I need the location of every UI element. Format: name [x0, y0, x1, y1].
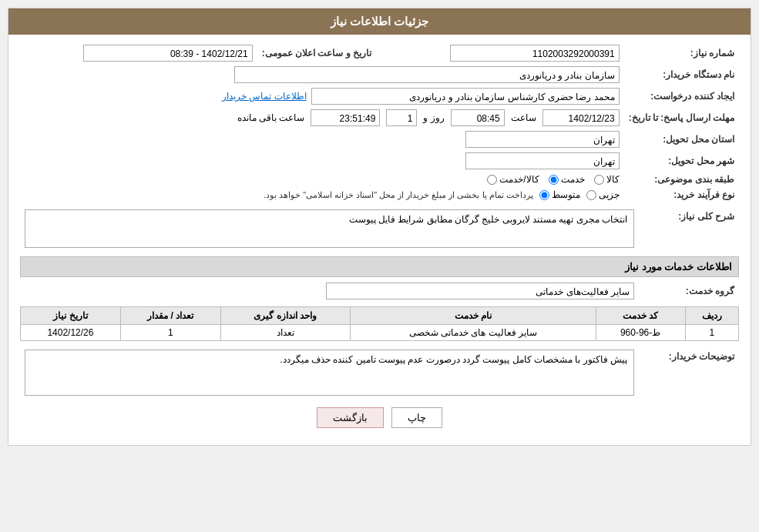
info-table: شماره نیاز: 1102003292000391 تاریخ و ساع… — [20, 42, 739, 202]
process-partial-radio[interactable] — [586, 190, 596, 200]
city-value: تهران — [20, 150, 624, 172]
need-summary-value: انتخاب مجری تهیه مستند لایروبی خلیج گرگا… — [20, 207, 639, 250]
cell-unit: تعداد — [220, 325, 350, 341]
buyer-desc-table: توضیحات خریدار: پیش فاکتور با مشخصات کام… — [20, 347, 739, 398]
page-container: جزئیات اطلاعات نیاز شماره نیاز: 11020032… — [8, 8, 751, 446]
creator-label: ایجاد کننده درخواست: — [624, 85, 739, 107]
service-group-field: سایر فعالیت‌های خدماتی — [326, 283, 634, 299]
process-description: پرداخت تمام یا بخشی از مبلغ خریدار از مح… — [264, 190, 533, 200]
cell-quantity: 1 — [120, 325, 220, 341]
process-label: نوع فرآیند خرید: — [624, 187, 739, 202]
need-number-value: 1102003292000391 — [387, 42, 624, 64]
need-summary-table: شرح کلی نیاز: انتخاب مجری تهیه مستند لای… — [20, 207, 739, 250]
col-date: تاریخ نیاز — [21, 307, 121, 325]
subject-service-option[interactable]: خدمت — [549, 174, 585, 185]
reply-time-label: ساعت — [511, 112, 536, 123]
page-title: جزئیات اطلاعات نیاز — [8, 8, 751, 35]
buyer-desc-label: توضیحات خریدار: — [639, 347, 739, 398]
buyer-desc-value: پیش فاکتور با مشخصات کامل پیوست گردد درص… — [20, 347, 639, 398]
province-label: استان محل تحویل: — [624, 129, 739, 150]
service-group-label: گروه خدمت: — [639, 280, 739, 302]
process-medium-option[interactable]: متوسط — [539, 189, 580, 200]
col-name: نام خدمت — [350, 307, 596, 325]
province-value: تهران — [20, 129, 624, 150]
cell-date: 1402/12/26 — [21, 325, 121, 341]
reply-remaining-field: 23:51:49 — [311, 109, 380, 126]
col-unit: واحد اندازه گیری — [220, 307, 350, 325]
col-qty: تعداد / مقدار — [120, 307, 220, 325]
print-button[interactable]: چاپ — [391, 407, 442, 428]
buyer-org-value: سازمان بنادر و دریانوردی — [20, 64, 624, 85]
creator-field: محمد رضا حضری کارشناس سازمان بنادر و دری… — [311, 88, 620, 105]
subject-both-label: کالا/خدمت — [499, 174, 539, 185]
col-row: ردیف — [685, 307, 738, 325]
table-row: 1ط-96-960سایر فعالیت های خدماتی شخصیتعدا… — [21, 325, 739, 341]
need-summary-field: انتخاب مجری تهیه مستند لایروبی خلیج گرگا… — [25, 209, 634, 248]
creator-row: محمد رضا حضری کارشناس سازمان بنادر و دری… — [25, 88, 620, 105]
services-section-header: اطلاعات خدمات مورد نیاز — [20, 256, 739, 277]
col-code: کد خدمت — [596, 307, 685, 325]
process-partial-label: جزیی — [599, 189, 620, 200]
reply-days-field: 1 — [386, 109, 417, 126]
subject-both-option[interactable]: کالا/خدمت — [487, 174, 539, 185]
subject-goods-option[interactable]: کالا — [594, 174, 620, 185]
process-row: جزیی متوسط پرداخت تمام یا بخشی از مبلغ خ… — [20, 187, 624, 202]
contact-link[interactable]: اطلاعات تماس خریدار — [222, 91, 307, 102]
province-field: تهران — [465, 131, 620, 148]
process-medium-radio[interactable] — [539, 190, 549, 200]
cell-code: ط-96-960 — [596, 325, 685, 341]
cell-name: سایر فعالیت های خدماتی شخصی — [350, 325, 596, 341]
subject-row: کالا خدمت کالا/خدمت — [20, 172, 624, 187]
reply-deadline-fields: 1402/12/23 ساعت 08:45 روز و 1 23:51:49 س… — [25, 109, 620, 126]
bottom-buttons: چاپ بازگشت — [20, 407, 739, 428]
subject-label: طبقه بندی موضوعی: — [624, 172, 739, 187]
cell-row: 1 — [685, 325, 738, 341]
need-number-label: شماره نیاز: — [624, 42, 739, 64]
need-summary-label: شرح کلی نیاز: — [639, 207, 739, 250]
need-number-field: 1102003292000391 — [450, 45, 620, 62]
city-field: تهران — [465, 152, 620, 169]
subject-radio-group: کالا خدمت کالا/خدمت — [487, 174, 619, 185]
reply-days-label: روز و — [423, 112, 444, 123]
service-group-value: سایر فعالیت‌های خدماتی — [20, 280, 639, 302]
reply-remaining-label: ساعت باقی مانده — [237, 112, 305, 123]
reply-date-field: 1402/12/23 — [542, 109, 620, 126]
process-medium-label: متوسط — [552, 189, 580, 200]
main-content: شماره نیاز: 1102003292000391 تاریخ و ساع… — [8, 35, 751, 445]
services-table: ردیف کد خدمت نام خدمت واحد اندازه گیری ت… — [20, 306, 739, 341]
announce-value: 1402/12/21 - 08:39 — [20, 42, 257, 64]
buyer-desc-field: پیش فاکتور با مشخصات کامل پیوست گردد درص… — [25, 350, 634, 396]
reply-deadline-label: مهلت ارسال پاسخ: تا تاریخ: — [624, 107, 739, 129]
announce-label: تاریخ و ساعت اعلان عمومی: — [257, 42, 387, 64]
reply-time-field: 08:45 — [451, 109, 505, 126]
subject-goods-radio[interactable] — [594, 175, 604, 185]
subject-service-label: خدمت — [561, 174, 585, 185]
process-partial-option[interactable]: جزیی — [586, 189, 620, 200]
subject-service-radio[interactable] — [549, 175, 559, 185]
city-label: شهر محل تحویل: — [624, 150, 739, 172]
creator-value: محمد رضا حضری کارشناس سازمان بنادر و دری… — [20, 85, 624, 107]
subject-both-radio[interactable] — [487, 175, 497, 185]
buyer-org-field: سازمان بنادر و دریانوردی — [234, 66, 620, 83]
subject-goods-label: کالا — [606, 174, 620, 185]
buyer-org-label: نام دستگاه خریدار: — [624, 64, 739, 85]
reply-deadline-row: 1402/12/23 ساعت 08:45 روز و 1 23:51:49 س… — [20, 107, 624, 129]
process-options: جزیی متوسط پرداخت تمام یا بخشی از مبلغ خ… — [25, 189, 620, 200]
service-group-table: گروه خدمت: سایر فعالیت‌های خدماتی — [20, 280, 739, 302]
announce-field: 1402/12/21 - 08:39 — [83, 45, 253, 62]
back-button[interactable]: بازگشت — [317, 407, 384, 428]
